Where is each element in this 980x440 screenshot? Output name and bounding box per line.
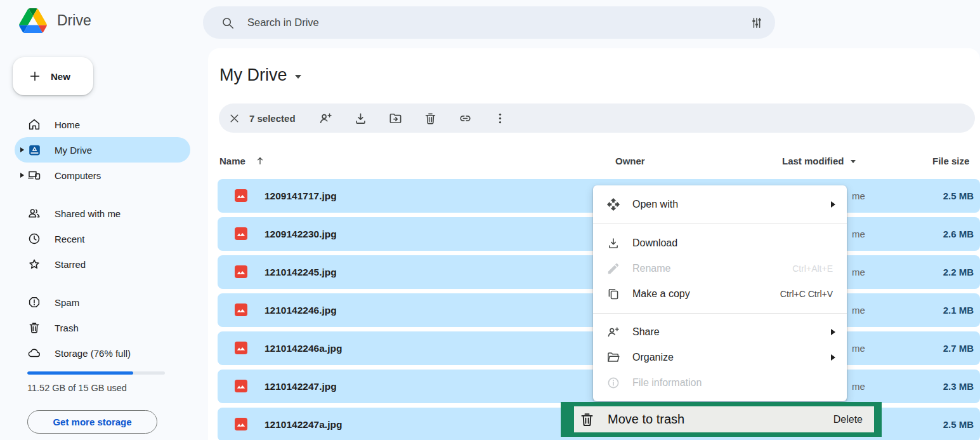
menu-item-move-to-trash[interactable]: Move to trash Delete xyxy=(574,406,874,432)
menu-item-make-a-copy[interactable]: Make a copy Ctrl+C Ctrl+V xyxy=(593,281,847,307)
person-add-icon[interactable] xyxy=(318,110,334,126)
sidebar-item-my-drive[interactable]: My Drive xyxy=(15,137,190,163)
column-header-last-modified[interactable]: Last modified xyxy=(782,152,856,169)
sidebar-item-label: My Drive xyxy=(55,145,92,156)
menu-divider xyxy=(593,313,847,314)
trash-icon xyxy=(27,320,42,335)
sidebar-item-label: Shared with me xyxy=(55,208,121,219)
storage-progress-fill xyxy=(27,371,133,375)
modified-by: me xyxy=(852,370,865,403)
sidebar-item-spam[interactable]: Spam xyxy=(15,290,190,315)
sidebar-item-recent[interactable]: Recent xyxy=(15,226,190,251)
file-name: 1209141717.jpg xyxy=(265,179,337,213)
shortcut-label: Ctrl+C Ctrl+V xyxy=(780,289,837,299)
selection-toolbar: 7 selected xyxy=(219,103,975,133)
modified-by: me xyxy=(852,179,865,213)
link-icon[interactable] xyxy=(458,110,473,126)
sidebar-item-label: Spam xyxy=(55,297,79,308)
file-size: 2.2 MB xyxy=(917,255,974,289)
file-name: 1210142246a.jpg xyxy=(265,331,342,365)
column-header-name[interactable]: Name xyxy=(219,152,266,169)
menu-item-open-with[interactable]: Open with xyxy=(593,192,847,217)
tune-icon[interactable] xyxy=(750,16,764,30)
sidebar-item-label: Starred xyxy=(55,259,86,270)
info-icon xyxy=(606,375,621,390)
menu-item-label: Move to trash xyxy=(608,412,684,427)
menu-item-share[interactable]: Share xyxy=(593,319,847,345)
app-logo: Drive xyxy=(19,8,91,33)
menu-item-file-information: File information xyxy=(593,370,847,396)
sidebar-item-computers[interactable]: Computers xyxy=(15,163,190,188)
copy-icon xyxy=(606,286,621,302)
person-add-icon xyxy=(606,324,621,340)
file-size: 2.6 MB xyxy=(917,217,974,251)
spam-icon xyxy=(27,295,42,310)
download-icon xyxy=(606,236,621,251)
clock-icon xyxy=(27,231,42,246)
sort-arrow-up-icon xyxy=(254,155,266,166)
search-bar xyxy=(203,6,775,39)
sidebar-item-label: Home xyxy=(55,119,80,130)
computers-icon xyxy=(27,168,42,183)
modified-by: me xyxy=(852,217,865,251)
submenu-chevron-icon xyxy=(831,201,835,208)
file-name: 1209142230.jpg xyxy=(265,217,337,251)
column-header-owner[interactable]: Owner xyxy=(615,152,645,169)
star-icon xyxy=(27,257,42,272)
sort-caret-down-icon xyxy=(851,160,856,163)
home-icon xyxy=(27,117,42,132)
file-name: 1210142247a.jpg xyxy=(265,408,342,440)
sidebar-item-label: Recent xyxy=(55,234,85,244)
people-icon xyxy=(27,206,42,221)
close-icon[interactable] xyxy=(226,110,242,126)
plus-icon xyxy=(28,69,42,83)
drive-logo-icon xyxy=(19,8,47,33)
expand-arrow-icon[interactable] xyxy=(20,147,24,152)
sidebar-item-trash[interactable]: Trash xyxy=(15,315,190,340)
file-name: 1210142245.jpg xyxy=(265,255,337,289)
shortcut-label: Ctrl+Alt+E xyxy=(792,263,837,274)
file-size: 2.7 MB xyxy=(917,331,974,365)
search-input[interactable] xyxy=(246,16,750,29)
page-title: My Drive xyxy=(219,65,287,85)
image-file-icon xyxy=(235,265,247,278)
menu-item-organize[interactable]: Organize xyxy=(593,345,847,370)
modified-by: me xyxy=(852,331,865,365)
file-size: 2.5 MB xyxy=(917,179,974,213)
context-menu: Open with Download Rename Ctrl+Alt+E Mak… xyxy=(593,185,847,401)
trash-icon xyxy=(578,411,596,428)
image-file-icon xyxy=(235,380,247,392)
storage-usage-text: 11.52 GB of 15 GB used xyxy=(27,383,127,393)
sidebar-item-storage[interactable]: Storage (76% full) xyxy=(15,340,190,366)
submenu-chevron-icon xyxy=(831,354,835,361)
file-size: 2.3 MB xyxy=(917,370,974,403)
my-drive-icon xyxy=(27,142,42,157)
shortcut-label: Delete xyxy=(833,414,863,425)
sidebar-item-shared-with-me[interactable]: Shared with me xyxy=(15,201,190,226)
download-icon[interactable] xyxy=(353,110,369,126)
app-name: Drive xyxy=(57,12,91,29)
menu-item-download[interactable]: Download xyxy=(593,230,847,256)
image-file-icon xyxy=(235,303,247,316)
sidebar-item-home[interactable]: Home xyxy=(15,112,190,137)
expand-arrow-icon[interactable] xyxy=(20,173,24,178)
trash-icon[interactable] xyxy=(423,110,438,126)
get-more-storage-button[interactable]: Get more storage xyxy=(27,410,157,434)
page-title-dropdown[interactable]: My Drive xyxy=(219,65,301,85)
file-name: 1210142247.jpg xyxy=(265,370,337,403)
modified-by: me xyxy=(852,255,865,289)
menu-divider xyxy=(593,223,847,223)
sidebar-item-starred[interactable]: Starred xyxy=(15,251,190,277)
storage-progress-bar xyxy=(27,371,165,375)
more-vert-icon[interactable] xyxy=(493,110,508,126)
sidebar-item-label: Trash xyxy=(55,323,79,333)
new-button-label: New xyxy=(51,71,70,82)
open-with-icon xyxy=(606,197,621,212)
new-button[interactable]: New xyxy=(13,57,93,95)
move-folder-icon[interactable] xyxy=(388,110,403,126)
column-header-file-size[interactable]: File size xyxy=(932,152,969,169)
sidebar-item-label: Computers xyxy=(55,170,101,181)
sidebar-item-label: Storage (76% full) xyxy=(55,348,131,359)
file-name: 1210142246.jpg xyxy=(265,293,337,327)
modified-by: me xyxy=(852,293,865,327)
